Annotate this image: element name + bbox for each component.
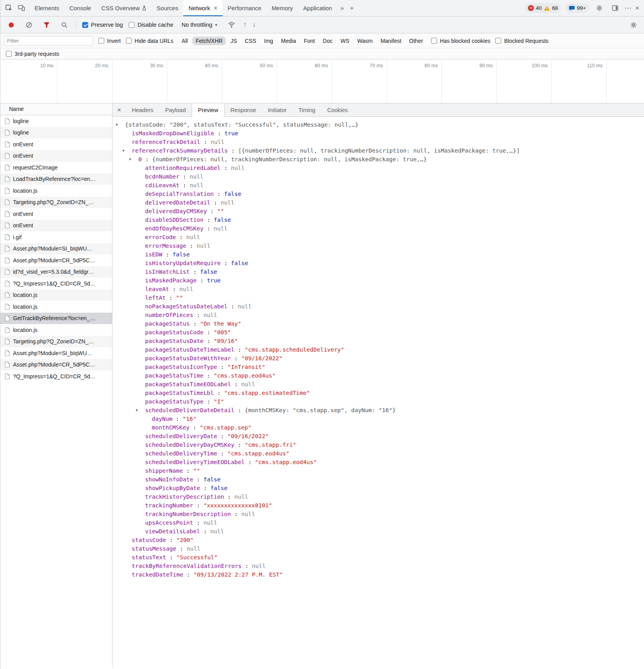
request-row[interactable]: Asset.php?Module=SI_bIqWU… xyxy=(0,347,112,359)
request-row[interactable]: location.js xyxy=(0,301,112,313)
tab-memory[interactable]: Memory xyxy=(266,0,298,16)
json-tree-row[interactable]: scheduledDeliveryTimeEODLabel : "cms.sta… xyxy=(113,458,644,466)
tab-headers[interactable]: Headers xyxy=(126,103,159,116)
inspect-element-button[interactable] xyxy=(3,2,15,14)
json-tree-row[interactable]: ▼ {statusCode: "200", statusText: "Succe… xyxy=(113,120,644,129)
json-tree-row[interactable]: disableSDDSection : false xyxy=(113,216,644,224)
json-tree-row[interactable]: deliveredDayCMSKey : "" xyxy=(113,207,644,216)
request-row[interactable]: Asset.php?Module=CR_5dP5C… xyxy=(0,254,112,266)
filter-type-manifest[interactable]: Manifest xyxy=(377,37,404,45)
tab-css-overview[interactable]: CSS Overview xyxy=(96,0,152,16)
search-button[interactable] xyxy=(58,19,70,31)
network-overview-timeline[interactable]: 10 ms 20 ms 30 ms 40 ms 50 ms 60 ms 70 m… xyxy=(0,59,644,103)
feedback-badge[interactable]: 99+ xyxy=(565,3,589,13)
json-tree-row[interactable]: statusMessage : null xyxy=(113,544,644,553)
filter-type-wasm[interactable]: Wasm xyxy=(354,37,376,45)
filter-type-img[interactable]: Img xyxy=(261,37,276,45)
json-tree-row[interactable]: ▼ scheduledDeliverDateDetail : {monthCMS… xyxy=(113,406,644,415)
json-tree-row[interactable]: isHistoryUpdateRequire : false xyxy=(113,259,644,267)
filter-type-fetch-xhr[interactable]: Fetch/XHR xyxy=(192,37,225,45)
json-tree-row[interactable]: upsAccessPoint : null xyxy=(113,518,644,527)
json-tree-row[interactable]: showPickupByDate : false xyxy=(113,484,644,492)
request-row[interactable]: LoadTrackByReference?loc=en… xyxy=(0,173,112,185)
json-tree-row[interactable]: packageStatusDateWithYear : "09/16/2022" xyxy=(113,354,644,363)
close-devtools-icon[interactable]: × xyxy=(635,4,639,12)
more-tabs-button[interactable]: » xyxy=(337,0,347,16)
json-tree-row[interactable]: isEDW : false xyxy=(113,250,644,259)
tab-application[interactable]: Application xyxy=(298,0,337,16)
request-row[interactable]: id?d_visid_ver=5.3.0&d_fieldgr… xyxy=(0,266,112,278)
json-tree-row[interactable]: ▼ 0 : {numberOfPieces: null, trackingNum… xyxy=(113,155,644,164)
preserve-log-checkbox[interactable]: Preserve log xyxy=(82,22,123,28)
request-row[interactable]: logline xyxy=(0,115,112,127)
json-tree-row[interactable]: scheduledDeliveryTime : "cms.stapp.eod4u… xyxy=(113,449,644,458)
disclosure-triangle-icon[interactable]: ▼ xyxy=(122,146,128,155)
json-tree-row[interactable]: scheduledDeliveryDate : "09/16/2022" xyxy=(113,432,644,440)
filter-type-font[interactable]: Font xyxy=(301,37,318,45)
filter-toggle-button[interactable] xyxy=(41,19,52,31)
json-tree-row[interactable]: packageStatusCode : "005" xyxy=(113,328,644,337)
json-tree-row[interactable]: packageStatusTime : "cms.stapp.eod4us" xyxy=(113,371,644,380)
json-tree-row[interactable]: trackByReferenceValidationErrors : null xyxy=(113,562,644,570)
json-tree-row[interactable]: statusCode : "200" xyxy=(113,536,644,544)
json-tree-row[interactable]: packageStatus : "On the Way" xyxy=(113,319,644,328)
filter-type-ws[interactable]: WS xyxy=(337,37,352,45)
hide-data-urls-checkbox[interactable]: Hide data URLs xyxy=(126,38,173,44)
has-blocked-cookies-checkbox[interactable]: Has blocked cookies xyxy=(431,38,490,44)
close-detail-icon[interactable]: × xyxy=(113,103,126,116)
more-options-icon[interactable]: ⋯ xyxy=(625,4,631,12)
json-tree-row[interactable]: viewDetailsLabel : null xyxy=(113,527,644,536)
json-tree-row[interactable]: cdiLeaveAt : null xyxy=(113,181,644,190)
request-row[interactable]: ?Q_Impress=1&Q_CID=CR_5d… xyxy=(0,278,112,289)
dock-side-icon[interactable] xyxy=(609,2,621,14)
json-tree-row[interactable]: endOfDayResCMSKey : null xyxy=(113,224,644,233)
tab-cookies[interactable]: Cookies xyxy=(321,103,354,116)
json-tree-row[interactable]: isInWatchList : false xyxy=(113,267,644,276)
add-tool-button[interactable]: + xyxy=(347,0,357,16)
json-tree-row[interactable]: trackingNumber : "xxxxxxxxxxxxxx8101" xyxy=(113,501,644,510)
tab-elements[interactable]: Elements xyxy=(30,0,65,16)
blocked-requests-checkbox[interactable]: Blocked Requests xyxy=(495,38,548,44)
json-tree-row[interactable]: packageStatusTimeEODLabel : null xyxy=(113,380,644,389)
json-tree-row[interactable]: noPackageStatusDateLabel : null xyxy=(113,302,644,311)
json-tree-row[interactable]: packageStatusType : "I" xyxy=(113,397,644,406)
network-conditions-button[interactable] xyxy=(225,19,237,31)
json-tree-row[interactable]: statusText : "Successful" xyxy=(113,553,644,562)
request-row[interactable]: onEvent xyxy=(0,138,112,150)
close-tab-icon[interactable]: × xyxy=(214,5,217,12)
third-party-requests-checkbox[interactable]: 3rd-party requests xyxy=(6,51,59,57)
json-tree-row[interactable]: numberOfPieces : null xyxy=(113,311,644,319)
request-row[interactable]: requestC2CImage xyxy=(0,162,112,173)
json-tree-row[interactable]: shipperName : "" xyxy=(113,466,644,475)
tab-console[interactable]: Console xyxy=(65,0,96,16)
json-tree-row[interactable]: monthCMSKey : "cms.stapp.sep" xyxy=(113,423,644,432)
request-row[interactable]: ?Q_Impress=1&Q_CID=CR_5d… xyxy=(0,370,112,382)
json-tree-row[interactable]: packageStatusIconType : "InTransit" xyxy=(113,363,644,371)
request-row[interactable]: i.gif xyxy=(0,231,112,243)
request-row[interactable]: Targeting.php?Q_ZoneID=ZN_… xyxy=(0,336,112,348)
tab-response[interactable]: Response xyxy=(225,103,262,116)
filter-type-doc[interactable]: Doc xyxy=(320,37,336,45)
name-column-header[interactable]: Name xyxy=(0,103,112,115)
disclosure-triangle-icon[interactable]: ▼ xyxy=(129,155,135,164)
json-tree-row[interactable]: scheduledDeliveryDayCMSKey : "cms.stapp.… xyxy=(113,440,644,449)
tab-preview[interactable]: Preview xyxy=(192,103,225,117)
tab-timing[interactable]: Timing xyxy=(293,103,321,116)
disable-cache-checkbox[interactable]: Disable cache xyxy=(129,22,173,28)
throttling-select[interactable]: No throttling ▾ xyxy=(179,20,220,29)
har-import-button[interactable]: ↓ xyxy=(253,21,256,29)
json-tree-row[interactable]: packageStatusDate : "09/16" xyxy=(113,337,644,345)
json-tree-row[interactable]: packageStatusTimeLbl : "cms.stapp.estima… xyxy=(113,389,644,397)
json-tree-row[interactable]: trackingNumberDescription : null xyxy=(113,510,644,518)
json-tree-row[interactable]: ▼ referenceTrackSummaryDetails : [{numbe… xyxy=(113,146,644,155)
json-tree-row[interactable]: bcdnNumber : null xyxy=(113,172,644,181)
record-button[interactable] xyxy=(5,19,17,31)
request-row[interactable]: onEvent xyxy=(0,208,112,220)
json-tree-row[interactable]: errorMessage : null xyxy=(113,241,644,250)
clear-button[interactable] xyxy=(23,19,35,31)
filter-type-other[interactable]: Other xyxy=(406,37,426,45)
request-row[interactable]: GetTrackByReference?loc=en_… xyxy=(0,313,112,324)
json-tree-row[interactable]: leaveAt : null xyxy=(113,285,644,293)
json-tree-row[interactable]: dayNum : "16" xyxy=(113,415,644,423)
filter-input[interactable] xyxy=(4,36,93,46)
